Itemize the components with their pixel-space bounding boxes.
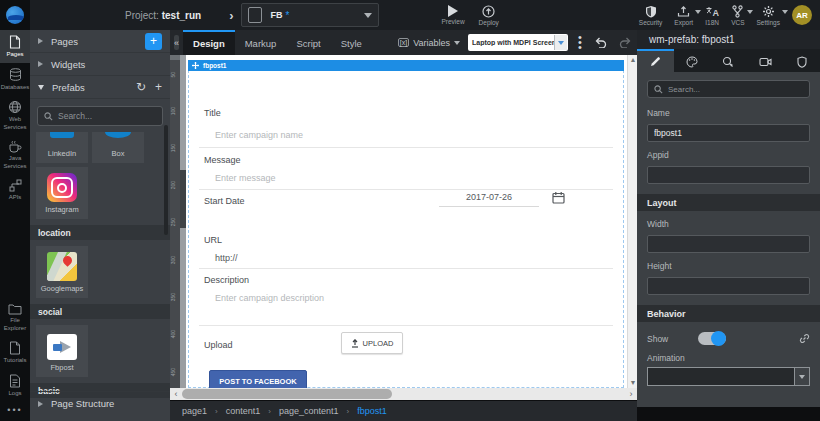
appid-input[interactable] <box>647 166 810 184</box>
move-icon <box>192 62 199 69</box>
height-label: Height <box>647 261 810 271</box>
show-toggle[interactable] <box>698 332 726 345</box>
i18n-button[interactable]: A I18N <box>705 5 719 26</box>
prefabs-section-header[interactable]: Prefabs ↻ + <box>30 76 170 99</box>
breadcrumb-fbpost1[interactable]: fbpost1 <box>357 406 387 416</box>
vertical-ruler: 50100150200250300350400450 <box>170 55 180 388</box>
collapse-left-panel-button[interactable]: « <box>174 35 179 50</box>
tab-style[interactable]: Style <box>331 30 372 55</box>
rail-item-file-explorer[interactable]: File Explorer <box>0 298 30 336</box>
add-page-button[interactable]: + <box>145 33 162 50</box>
prefab-search[interactable] <box>37 106 163 126</box>
height-input[interactable] <box>647 277 810 295</box>
group-location: location <box>30 225 170 240</box>
rail-item-java-services[interactable]: Java Services <box>0 135 30 174</box>
collapsed-arrow-icon <box>38 61 43 67</box>
export-button[interactable]: Export <box>674 5 693 26</box>
prefab-search-input[interactable] <box>58 111 148 121</box>
box-icon <box>105 132 131 138</box>
import-prefab-button[interactable]: + <box>155 80 162 94</box>
tab-styles[interactable] <box>674 49 711 72</box>
description-field-placeholder[interactable]: Enter campaign description <box>215 293 324 303</box>
animation-select[interactable] <box>647 367 810 386</box>
variables-icon: [x] <box>398 38 409 47</box>
prefab-linkedin[interactable]: LinkedIn <box>36 132 88 163</box>
url-input[interactable]: http:// <box>215 253 238 263</box>
scroll-right-icon[interactable]: › <box>625 388 637 400</box>
security-button[interactable]: Security <box>639 5 662 26</box>
chevron-down-icon[interactable] <box>364 13 372 18</box>
device-selector[interactable]: Laptop with MDPI Screen <box>468 34 568 51</box>
breadcrumb-page-content1[interactable]: page_content1 <box>279 406 339 416</box>
tab-script[interactable]: Script <box>286 30 330 55</box>
start-date-input[interactable]: 2017-07-26 <box>439 192 539 207</box>
play-icon <box>448 5 458 17</box>
more-options-icon[interactable]: ••• <box>0 401 30 421</box>
tab-security[interactable] <box>783 49 820 72</box>
tab-device[interactable] <box>747 49 784 72</box>
canvas-vertical-scrollbar[interactable]: ▲ ▼ <box>627 55 637 388</box>
more-actions-icon[interactable]: ••• <box>578 35 582 50</box>
upload-button[interactable]: UPLOAD <box>341 332 403 354</box>
rail-item-databases[interactable]: Databases <box>0 63 30 96</box>
canvas-toolbar: « Design Markup Script Style [x] Variabl… <box>170 30 637 55</box>
prefab-googlemaps[interactable]: Googlemaps <box>36 246 88 298</box>
prefab-fbpost[interactable]: Fbpost <box>36 325 88 377</box>
rail-item-logs[interactable]: Logs <box>0 369 30 402</box>
deploy-button[interactable]: Deploy <box>479 5 499 26</box>
post-to-facebook-button[interactable]: POST TO FACEBOOK <box>209 370 307 388</box>
chevron-down-icon <box>454 41 460 45</box>
rail-item-apis[interactable]: APIs <box>0 174 30 206</box>
undo-button[interactable] <box>594 37 607 48</box>
tab-design[interactable]: Design <box>183 30 235 55</box>
coffee-icon <box>8 140 22 153</box>
rail-item-tutorials[interactable]: Tutorials <box>0 336 30 369</box>
scroll-left-icon[interactable]: ‹ <box>170 388 182 400</box>
i18n-icon: A <box>705 5 719 18</box>
fbpost-prefab-selection[interactable]: fbpost1 Title Enter campaign name Messag… <box>188 60 624 388</box>
pages-section-header[interactable]: Pages + <box>30 30 170 53</box>
left-panel: Pages + Widgets Prefabs ↻ + LinkedIn <box>30 30 170 421</box>
canvas-horizontal-scrollbar[interactable]: ‹ › <box>170 388 637 400</box>
preview-button[interactable]: Preview <box>441 5 464 26</box>
message-field-placeholder[interactable]: Enter message <box>215 173 276 183</box>
breadcrumb-content1[interactable]: content1 <box>226 406 261 416</box>
breadcrumb-page1[interactable]: page1 <box>182 406 207 416</box>
tab-markup[interactable]: Markup <box>235 30 287 55</box>
gear-icon <box>762 5 775 18</box>
redo-button[interactable] <box>619 37 632 48</box>
file-tab-fb[interactable]: FB * <box>241 3 379 27</box>
selection-header[interactable]: fbpost1 <box>188 60 624 71</box>
calendar-icon[interactable] <box>552 191 565 204</box>
folder-icon <box>8 303 22 315</box>
design-canvas[interactable]: fbpost1 Title Enter campaign name Messag… <box>186 55 627 388</box>
tab-properties[interactable] <box>637 49 674 72</box>
export-icon <box>677 5 690 18</box>
app-logo[interactable] <box>0 0 30 30</box>
chevron-right-icon[interactable]: › <box>229 8 233 23</box>
title-field-placeholder[interactable]: Enter campaign name <box>215 130 303 140</box>
rail-item-pages[interactable]: Pages <box>0 30 30 63</box>
refresh-icon[interactable]: ↻ <box>136 80 146 94</box>
name-input[interactable] <box>647 124 810 142</box>
width-input[interactable] <box>647 235 810 253</box>
hscroll-thumb[interactable] <box>182 389 392 399</box>
vcs-button[interactable]: VCS <box>731 5 744 26</box>
settings-button[interactable]: Settings <box>757 5 781 26</box>
breadcrumb-separator: › <box>346 407 349 416</box>
canvas-region: « Design Markup Script Style [x] Variabl… <box>170 30 637 421</box>
bind-property-icon[interactable] <box>799 333 810 344</box>
wavemaker-studio: Project: test_run › FB * Preview Deploy … <box>0 0 820 421</box>
selection-label: fbpost1 <box>203 62 226 69</box>
rail-item-web-services[interactable]: Web Services <box>0 95 30 135</box>
user-avatar[interactable]: AR <box>792 5 812 25</box>
prefab-box[interactable]: Box <box>92 132 144 163</box>
prefab-instagram[interactable]: Instagram <box>36 167 88 219</box>
left-panel-scrollbar[interactable] <box>164 125 168 235</box>
properties-search[interactable] <box>647 80 810 98</box>
properties-search-input[interactable] <box>668 85 788 94</box>
tab-events[interactable] <box>710 49 747 72</box>
variables-menu[interactable]: [x] Variables <box>398 38 460 48</box>
widgets-section-header[interactable]: Widgets <box>30 53 170 76</box>
page-structure-header[interactable]: Page Structure <box>30 392 170 415</box>
